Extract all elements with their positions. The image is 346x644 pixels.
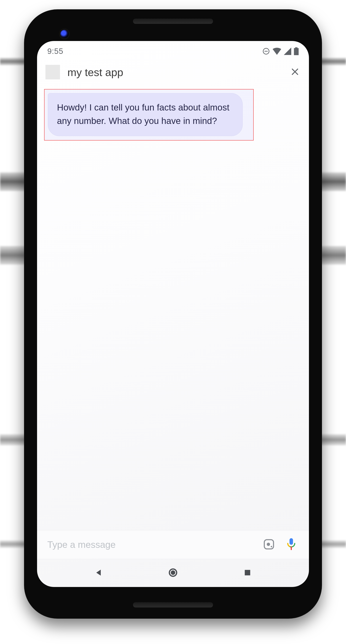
message-input[interactable]: [47, 539, 254, 550]
message-input-bar: [37, 530, 309, 559]
nav-recents-button[interactable]: [240, 566, 255, 580]
svg-rect-9: [290, 538, 293, 545]
svg-rect-2: [294, 48, 299, 55]
svg-point-8: [271, 546, 272, 547]
app-logo-placeholder: [45, 65, 60, 80]
lens-button[interactable]: [262, 537, 276, 552]
app-title: my test app: [67, 66, 282, 78]
android-nav-bar: [37, 559, 309, 587]
triangle-back-icon: [94, 568, 103, 578]
phone-frame: 9:55: [24, 9, 322, 619]
phone-front-camera: [60, 30, 68, 38]
annotation-highlight: Howdy! I can tell you fun facts about al…: [44, 89, 254, 140]
svg-rect-13: [245, 570, 250, 575]
app-header: my test app: [37, 62, 309, 87]
chat-area[interactable]: Howdy! I can tell you fun facts about al…: [37, 87, 309, 530]
circle-home-icon: [168, 568, 178, 578]
nav-home-button[interactable]: [166, 566, 180, 580]
phone-screen: 9:55: [37, 41, 309, 587]
stage: 9:55: [0, 0, 346, 644]
svg-rect-3: [295, 47, 298, 48]
battery-icon: [294, 47, 299, 55]
svg-point-7: [267, 543, 270, 546]
microphone-icon: [286, 538, 297, 552]
svg-point-12: [171, 570, 175, 575]
cellular-signal-icon: [284, 48, 291, 55]
close-button[interactable]: [289, 66, 301, 78]
phone-speaker-top: [133, 19, 213, 24]
wifi-icon: [273, 48, 281, 55]
status-icons: [262, 47, 299, 55]
status-time: 9:55: [47, 47, 63, 56]
nav-back-button[interactable]: [91, 566, 106, 580]
close-icon: [290, 67, 300, 77]
phone-speaker-bottom: [133, 602, 213, 608]
assistant-message-bubble: Howdy! I can tell you fun facts about al…: [48, 93, 243, 136]
square-recents-icon: [243, 568, 252, 578]
status-bar: 9:55: [37, 41, 309, 62]
microphone-button[interactable]: [284, 537, 299, 552]
assistant-message-text: Howdy! I can tell you fun facts about al…: [57, 101, 234, 128]
do-not-disturb-icon: [262, 47, 270, 55]
lens-icon: [263, 538, 275, 551]
